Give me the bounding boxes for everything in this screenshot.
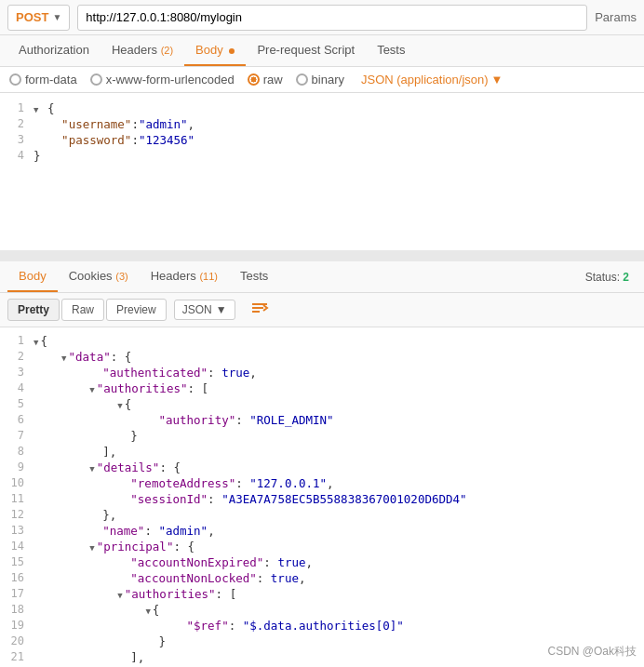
resp-tab-body-label: Body xyxy=(19,269,47,283)
resp-line-4: 4 ▼"authorities": [ xyxy=(0,380,644,396)
resp-line-18: 18 ▼{ xyxy=(0,602,644,618)
resp-linenum-16: 16 xyxy=(0,571,34,584)
resp-linenum-3: 3 xyxy=(0,366,34,379)
resp-linenum-18: 18 xyxy=(0,603,34,616)
json-format-select[interactable]: JSON ▼ xyxy=(174,300,235,320)
tab-body[interactable]: Body xyxy=(184,35,246,66)
resp-tab-tests[interactable]: Tests xyxy=(229,261,279,292)
json-type-arrow-icon: ▼ xyxy=(491,73,503,87)
radio-urlencoded[interactable]: x-www-form-urlencoded xyxy=(90,73,235,87)
resp-line-7: 7 } xyxy=(0,428,644,444)
resp-linenum-11: 11 xyxy=(0,492,34,505)
tab-tests[interactable]: Tests xyxy=(366,35,416,66)
method-label: POST xyxy=(16,10,48,24)
req-val-username: "admin" xyxy=(139,117,188,131)
resp-linenum-5: 5 xyxy=(0,397,34,410)
req-linenum-4: 4 xyxy=(0,149,34,162)
req-key-password: "password" xyxy=(61,133,131,147)
tab-body-label: Body xyxy=(195,43,223,57)
radio-urlencoded-label: x-www-form-urlencoded xyxy=(106,73,235,87)
response-code-area: 1▼{2 ▼"data": {3 "authenticated": true,4… xyxy=(0,327,644,667)
radio-urlencoded-circle xyxy=(90,73,102,86)
watermark: CSDN @Oak科技 xyxy=(547,644,637,660)
resp-line-12: 12 }, xyxy=(0,507,644,523)
req-line-3: 3 "password":"123456" xyxy=(0,132,644,148)
json-type-select[interactable]: JSON (application/json) ▼ xyxy=(361,73,503,87)
fmt-raw-button[interactable]: Raw xyxy=(61,299,104,321)
resp-linenum-20: 20 xyxy=(0,634,34,647)
fmt-pretty-button[interactable]: Pretty xyxy=(7,299,60,321)
resp-line-17: 17 ▼"authorities": [ xyxy=(0,586,644,602)
resp-tab-headers-badge: (11) xyxy=(199,271,218,282)
resp-line-1: 1▼{ xyxy=(0,333,644,349)
tab-authorization[interactable]: Authorization xyxy=(7,35,101,66)
req-brace-close: } xyxy=(34,149,41,163)
resp-tab-cookies[interactable]: Cookies (3) xyxy=(58,261,140,292)
resp-line-15: 15 "accountNonExpired": true, xyxy=(0,554,644,570)
triangle-4: ▼ xyxy=(89,385,94,394)
triangle-1: ▼ xyxy=(34,338,38,347)
resp-linenum-4: 4 xyxy=(0,381,34,394)
radio-raw-circle xyxy=(248,73,260,86)
radio-binary[interactable]: binary xyxy=(296,73,344,87)
tab-authorization-label: Authorization xyxy=(19,43,89,57)
radio-form-data-label: form-data xyxy=(25,73,77,87)
method-arrow-icon: ▼ xyxy=(52,12,61,22)
radio-form-data[interactable]: form-data xyxy=(9,73,77,87)
resp-line-11: 11 "sessionId": "A3EA7A758EC5B5588383670… xyxy=(0,491,644,507)
triangle-5: ▼ xyxy=(117,401,122,410)
resp-line-6: 6 "authority": "ROLE_ADMIN" xyxy=(0,412,644,428)
response-tabs-row: Body Cookies (3) Headers (11) Tests Stat… xyxy=(0,261,644,293)
resp-tab-tests-label: Tests xyxy=(240,269,268,283)
request-tabs: Authorization Headers (2) Body Pre-reque… xyxy=(0,35,644,67)
resp-line-10: 10 "remoteAddress": "127.0.0.1", xyxy=(0,475,644,491)
json-type-label: JSON (application/json) xyxy=(361,73,489,87)
params-button[interactable]: Params xyxy=(595,10,637,24)
resp-linenum-12: 12 xyxy=(0,508,34,521)
req-line-1: 1 ▼ { xyxy=(0,100,644,116)
req-linenum-1: 1 xyxy=(0,101,34,114)
resp-tab-cookies-badge: (3) xyxy=(115,271,127,282)
resp-linenum-14: 14 xyxy=(0,540,34,553)
req-key-username: "username" xyxy=(61,117,131,131)
resp-line-19: 19 "$ref": "$.data.authorities[0]" xyxy=(0,618,644,634)
triangle-18: ▼ xyxy=(145,607,150,616)
resp-line-14: 14 ▼"principal": { xyxy=(0,539,644,554)
resp-tab-headers[interactable]: Headers (11) xyxy=(140,261,229,292)
req-line-4: 4 } xyxy=(0,148,644,164)
resp-linenum-17: 17 xyxy=(0,587,34,600)
resp-linenum-2: 2 xyxy=(0,350,34,363)
url-input[interactable] xyxy=(77,5,587,31)
triangle-14: ▼ xyxy=(89,543,94,553)
tab-prerequest[interactable]: Pre-request Script xyxy=(246,35,366,66)
body-type-row: form-data x-www-form-urlencoded raw bina… xyxy=(0,67,644,93)
tab-headers[interactable]: Headers (2) xyxy=(101,35,184,66)
status-code: 2 xyxy=(623,271,629,284)
wrap-button[interactable] xyxy=(245,299,275,321)
resp-tab-cookies-label: Cookies xyxy=(69,269,113,283)
tab-tests-label: Tests xyxy=(377,43,405,57)
resp-linenum-15: 15 xyxy=(0,555,34,568)
req-line-2: 2 "username":"admin", xyxy=(0,116,644,132)
method-button[interactable]: POST ▼ xyxy=(7,5,70,31)
format-row: Pretty Raw Preview JSON ▼ xyxy=(0,293,644,327)
resp-line-2: 2 ▼"data": { xyxy=(0,349,644,365)
resp-linenum-19: 19 xyxy=(0,619,34,632)
body-dot-indicator xyxy=(229,48,235,54)
resp-line-13: 13 "name": "admin", xyxy=(0,523,644,539)
resp-line-16: 16 "accountNonLocked": true, xyxy=(0,570,644,586)
radio-binary-circle xyxy=(296,73,308,86)
resp-line-9: 9 ▼"details": { xyxy=(0,460,644,475)
radio-raw[interactable]: raw xyxy=(248,73,283,87)
triangle-9: ▼ xyxy=(89,464,94,474)
radio-form-data-circle xyxy=(9,73,21,86)
resp-linenum-9: 9 xyxy=(0,460,34,474)
fmt-preview-button[interactable]: Preview xyxy=(106,299,167,321)
resp-line-5: 5 ▼{ xyxy=(0,396,644,412)
resp-linenum-7: 7 xyxy=(0,429,34,442)
resp-line-3: 3 "authenticated": true, xyxy=(0,365,644,380)
resp-tab-body[interactable]: Body xyxy=(7,261,58,292)
radio-binary-label: binary xyxy=(312,73,344,87)
tab-headers-label: Headers xyxy=(112,43,157,57)
resp-linenum-13: 13 xyxy=(0,524,34,537)
